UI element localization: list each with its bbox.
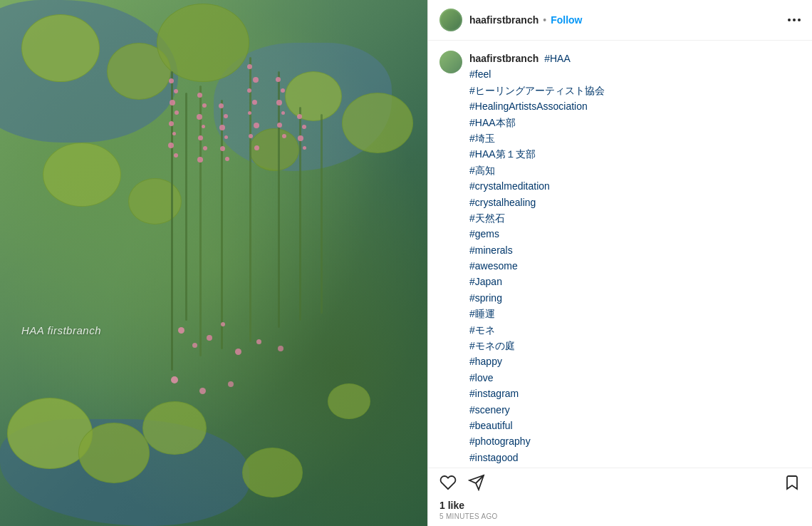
hashtag-15[interactable]: #spring <box>469 292 502 304</box>
hashtag-3[interactable]: #HealingArtistsAssociation <box>469 100 588 112</box>
dot1 <box>788 19 791 21</box>
hashtag-8[interactable]: #crystalmeditation <box>469 180 550 192</box>
hashtag-14[interactable]: #Japan <box>469 276 502 287</box>
content-panel: haafirstbranch • Follow haafirstbranch #… <box>427 0 812 526</box>
hashtag-17[interactable]: #モネ <box>469 324 495 336</box>
like-button[interactable] <box>439 474 457 491</box>
hashtag-1[interactable]: #feel <box>469 68 491 80</box>
hashtag-4[interactable]: #HAA本部 <box>469 117 516 128</box>
action-bar <box>428 468 812 497</box>
time-ago: 5 minutes ago <box>439 512 801 520</box>
image-watermark: HAA firstbranch <box>21 324 101 336</box>
caption-avatar[interactable] <box>439 51 462 73</box>
post-header: haafirstbranch • Follow <box>428 0 812 41</box>
share-icon <box>468 474 485 491</box>
caption-text: haafirstbranch #HAA#feel#ヒーリングアーティスト協会#H… <box>469 51 605 468</box>
hashtag-19[interactable]: #happy <box>469 356 502 367</box>
hashtag-23[interactable]: #beautiful <box>469 420 513 431</box>
caption-area: haafirstbranch #HAA#feel#ヒーリングアーティスト協会#H… <box>428 41 812 468</box>
hashtag-18[interactable]: #モネの庭 <box>469 340 515 351</box>
hashtag-0[interactable]: #HAA <box>544 53 571 64</box>
post-container: HAA firstbranch haafirstbranch • Follow … <box>0 0 812 526</box>
heart-icon <box>439 474 457 491</box>
hashtags-container: #HAA#feel#ヒーリングアーティスト協会#HealingArtistsAs… <box>469 53 605 468</box>
more-options-button[interactable] <box>788 19 801 21</box>
dot3 <box>798 19 801 21</box>
hashtag-12[interactable]: #minerals <box>469 244 513 256</box>
likes-section: 1 like 5 minutes ago <box>428 497 812 526</box>
bookmark-icon <box>784 474 801 491</box>
hashtag-25[interactable]: #instagood <box>469 452 519 463</box>
header-username[interactable]: haafirstbranch <box>469 14 538 26</box>
hashtag-20[interactable]: #love <box>469 372 493 383</box>
hashtag-13[interactable]: #awesome <box>469 260 518 272</box>
hashtag-24[interactable]: #photography <box>469 435 531 447</box>
dot2 <box>793 19 796 21</box>
bookmark-button[interactable] <box>784 474 801 491</box>
caption-username[interactable]: haafirstbranch <box>469 53 538 64</box>
likes-count: 1 like <box>439 500 801 511</box>
hashtag-7[interactable]: #高知 <box>469 165 495 176</box>
hashtag-22[interactable]: #scenery <box>469 404 510 416</box>
hashtag-9[interactable]: #crystalhealing <box>469 197 536 208</box>
post-image: HAA firstbranch <box>0 0 427 526</box>
share-button[interactable] <box>468 474 485 491</box>
header-dot: • <box>543 14 546 26</box>
hashtag-21[interactable]: #instagram <box>469 388 519 399</box>
caption-header: haafirstbranch #HAA#feel#ヒーリングアーティスト協会#H… <box>439 51 801 468</box>
header-avatar[interactable] <box>439 9 462 31</box>
hashtag-6[interactable]: #HAA第１支部 <box>469 148 536 160</box>
hashtag-16[interactable]: #睡運 <box>469 308 495 319</box>
hashtag-11[interactable]: #gems <box>469 228 499 239</box>
hashtag-5[interactable]: #埼玉 <box>469 133 495 144</box>
follow-button[interactable]: Follow <box>551 14 582 26</box>
hashtag-2[interactable]: #ヒーリングアーティスト協会 <box>469 85 605 96</box>
hashtag-10[interactable]: #天然石 <box>469 212 505 224</box>
